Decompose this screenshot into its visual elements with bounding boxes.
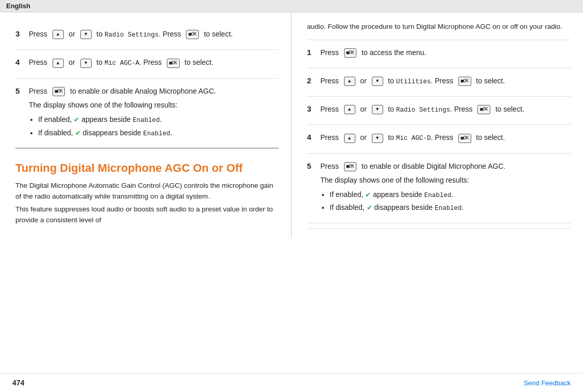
section-title: Turning Digital Microphone AGC On or Off <box>15 157 279 176</box>
enabled-code: Enabled <box>435 205 462 212</box>
step-number: 5 <box>15 86 29 95</box>
arrow-up-icon <box>53 59 64 68</box>
step-content: Press or to Utilities. Press ■OK to sele… <box>320 76 571 89</box>
step-content: Press ■OK to enable or disable Analog Mi… <box>29 86 279 140</box>
language-label: English <box>6 2 30 10</box>
step-number: 3 <box>307 104 320 113</box>
ok-icon: ■OK <box>458 77 471 86</box>
ok-icon: ■OK <box>344 162 357 171</box>
right-step-4: 4 Press or to Mic AGC-D. Press ■OK to se… <box>307 125 571 153</box>
step-number: 3 <box>15 29 29 38</box>
step-content: Press ■OK to enable or disable Digital M… <box>320 161 571 216</box>
arrow-up-icon <box>344 134 355 143</box>
arrow-down-icon <box>80 30 92 39</box>
left-step-4: 4 Press or to Mic AGC-A. Press ■OK to se… <box>15 50 279 78</box>
menu-code: Radio Settings <box>105 31 159 39</box>
language-header: English <box>0 0 583 12</box>
ok-icon: ■OK <box>186 30 199 39</box>
checkmark-icon: ✔ <box>367 204 372 211</box>
right-intro: audio. Follow the procedure to turn Digi… <box>307 22 571 40</box>
step-content: Press or to Radio Settings. Press ■OK to… <box>320 104 571 117</box>
list-item: If disabled, ✔ disappears beside Enabled… <box>38 128 279 139</box>
menu-code: Radio Settings <box>396 106 450 114</box>
section-heading-block: Turning Digital Microphone AGC On or Off… <box>15 157 279 226</box>
page-number: 474 <box>12 379 24 387</box>
step-number: 4 <box>15 57 29 66</box>
ok-icon: ■OK <box>344 48 357 58</box>
menu-code: Mic AGC-A <box>105 60 140 67</box>
enabled-code: Enabled <box>143 130 170 137</box>
bottom-divider <box>307 228 571 229</box>
ok-icon: ■OK <box>167 59 180 68</box>
list-item: If enabled, ✔ appears beside Enabled. <box>330 189 571 201</box>
arrow-down-icon <box>80 59 92 68</box>
result-list: If enabled, ✔ appears beside Enabled. If… <box>38 114 279 139</box>
checkmark-icon: ✔ <box>365 191 371 199</box>
left-step-3: 3 Press or to Radio Settings. Press ■OK … <box>15 22 279 50</box>
section-intro-1: The Digital Microphone Automatic Gain Co… <box>15 181 279 202</box>
enabled-code: Enabled <box>424 192 452 199</box>
section-intro-2: This feature suppresses loud audio or bo… <box>15 204 279 226</box>
right-step-5: 5 Press ■OK to enable or disable Digital… <box>307 154 571 223</box>
arrow-up-icon <box>53 30 64 39</box>
step-number: 5 <box>307 161 320 170</box>
left-column: 3 Press or to Radio Settings. Press ■OK … <box>0 12 292 238</box>
arrow-up-icon <box>344 77 355 86</box>
step-content: Press ■OK to access the menu. <box>320 47 571 61</box>
list-item: If disabled, ✔ disappears beside Enabled… <box>330 202 571 213</box>
arrow-down-icon <box>372 105 383 114</box>
right-step-3: 3 Press or to Radio Settings. Press ■OK … <box>307 97 571 125</box>
step-content: Press or to Mic AGC-A. Press ■OK to sele… <box>29 57 279 70</box>
step-number: 4 <box>307 132 320 141</box>
send-feedback-link[interactable]: Send Feedback <box>524 379 571 387</box>
step-content: Press or to Radio Settings. Press ■OK to… <box>29 29 279 42</box>
right-step-1: 1 Press ■OK to access the menu. <box>307 40 571 68</box>
intro-text: audio. Follow the procedure to turn Digi… <box>307 22 571 32</box>
arrow-down-icon <box>372 77 383 86</box>
step-content: Press or to Mic AGC-D. Press ■OK to sele… <box>320 132 571 146</box>
arrow-up-icon <box>344 105 355 114</box>
list-item: If enabled, ✔ appears beside Enabled. <box>38 114 279 126</box>
step-number: 2 <box>307 76 320 85</box>
arrow-down-icon <box>372 134 383 143</box>
result-list: If enabled, ✔ appears beside Enabled. If… <box>330 189 571 214</box>
enabled-code: Enabled <box>133 117 160 124</box>
checkmark-icon: ✔ <box>75 129 81 137</box>
left-step-5: 5 Press ■OK to enable or disable Analog … <box>15 79 279 149</box>
ok-icon: ■OK <box>458 134 471 143</box>
right-column: audio. Follow the procedure to turn Digi… <box>292 12 583 238</box>
checkmark-icon: ✔ <box>74 116 79 123</box>
menu-code: Utilities <box>396 78 431 85</box>
ok-icon: ■OK <box>477 105 490 114</box>
menu-code: Mic AGC-D <box>396 135 431 142</box>
right-step-2: 2 Press or to Utilities. Press ■OK to se… <box>307 68 571 97</box>
step-number: 1 <box>307 47 320 57</box>
ok-icon: ■OK <box>53 87 65 96</box>
page-footer: 474 Send Feedback <box>0 373 583 392</box>
